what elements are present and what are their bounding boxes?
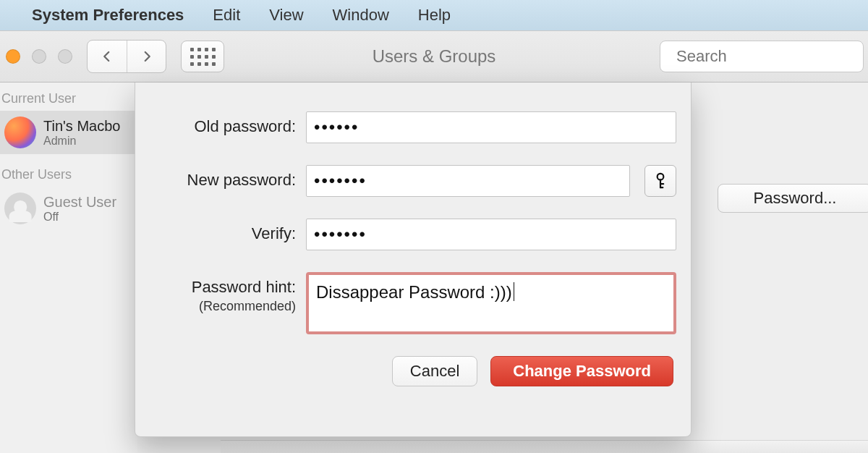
menubar: System Preferences Edit View Window Help: [0, 0, 868, 30]
label-hint-text: Password hint:: [192, 278, 296, 296]
avatar: [4, 117, 36, 148]
user-row-guest[interactable]: Guest User Off: [0, 187, 137, 230]
verify-password-input[interactable]: [306, 219, 676, 250]
row-old-password: Old password:: [150, 111, 676, 143]
password-assistant-button[interactable]: [644, 165, 676, 197]
user-info: Tin's Macbo Admin: [43, 118, 120, 148]
search-field[interactable]: [660, 41, 864, 72]
label-old-password: Old password:: [150, 111, 296, 135]
label-hint: Password hint: (Recommended): [150, 272, 296, 315]
svg-point-2: [658, 174, 664, 180]
avatar-placeholder-icon: [4, 192, 36, 224]
section-current-user: Current User: [0, 82, 137, 111]
user-name: Tin's Macbo: [43, 118, 120, 135]
sheet-actions: Cancel Change Password: [150, 356, 676, 386]
window-minimize-button[interactable]: [32, 49, 46, 64]
window-close-button[interactable]: [6, 49, 20, 64]
menu-edit[interactable]: Edit: [213, 6, 240, 25]
chevron-left-icon: [101, 48, 114, 64]
submit-button[interactable]: Change Password: [490, 356, 673, 386]
window-zoom-button[interactable]: [58, 49, 72, 64]
users-sidebar: Current User Tin's Macbo Admin Other Use…: [0, 82, 137, 453]
user-info: Guest User Off: [43, 194, 116, 224]
menu-view[interactable]: View: [269, 6, 303, 25]
label-new-password: New password:: [150, 165, 296, 189]
show-all-button[interactable]: [181, 41, 224, 72]
row-hint: Password hint: (Recommended) Dissappear …: [150, 272, 676, 334]
chevron-right-icon: [140, 48, 153, 64]
change-password-button[interactable]: Password...: [718, 184, 868, 213]
grid-icon: [190, 48, 216, 66]
new-password-input[interactable]: [306, 165, 630, 197]
user-status: Off: [43, 211, 116, 224]
button-label: Change Password: [513, 362, 651, 381]
user-role: Admin: [43, 135, 120, 148]
hint-value: Dissappear Password :))): [316, 282, 512, 302]
text-cursor: [514, 282, 514, 301]
key-icon: [653, 172, 668, 190]
user-name: Guest User: [43, 194, 116, 211]
user-row-current[interactable]: Tin's Macbo Admin: [0, 111, 137, 154]
row-verify: Verify:: [150, 219, 676, 250]
section-other-users: Other Users: [0, 158, 137, 187]
nav-buttons: [87, 40, 166, 73]
change-password-sheet: Old password: New password: Verify: Pass…: [135, 82, 692, 437]
row-new-password: New password:: [150, 165, 676, 197]
content-area: Current User Tin's Macbo Admin Other Use…: [0, 82, 868, 453]
app-menu[interactable]: System Preferences: [32, 6, 184, 25]
button-label: Password...: [754, 189, 837, 208]
menu-help[interactable]: Help: [418, 6, 451, 25]
label-hint-sub: (Recommended): [199, 299, 296, 313]
window-title: Users & Groups: [373, 46, 496, 67]
forward-button[interactable]: [127, 41, 166, 72]
search-input[interactable]: [676, 47, 868, 66]
old-password-input[interactable]: [306, 111, 676, 143]
password-hint-input[interactable]: Dissappear Password :))): [306, 272, 676, 334]
cancel-button[interactable]: Cancel: [392, 356, 477, 386]
label-verify: Verify:: [150, 219, 296, 242]
button-label: Cancel: [410, 362, 459, 381]
traffic-lights: [6, 49, 72, 64]
window-toolbar: Users & Groups: [0, 30, 868, 82]
menu-window[interactable]: Window: [333, 6, 389, 25]
bottom-bar: [221, 440, 868, 453]
back-button[interactable]: [88, 41, 127, 72]
